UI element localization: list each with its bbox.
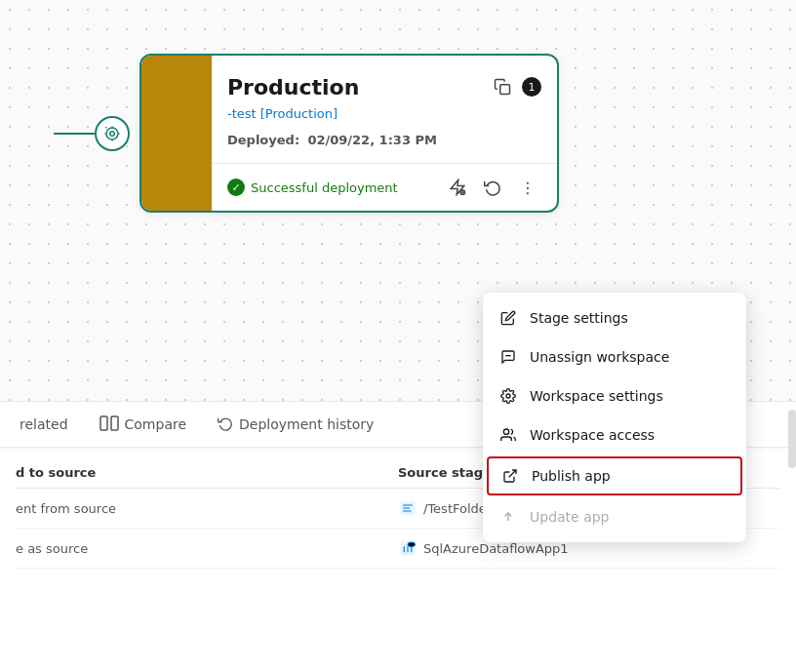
- menu-item-workspace-settings[interactable]: Workspace settings: [483, 376, 746, 415]
- card-title: Production: [227, 75, 359, 99]
- tab-compare[interactable]: Compare: [96, 402, 191, 447]
- copy-icon[interactable]: [489, 73, 516, 100]
- menu-item-update-app: Update app: [483, 497, 746, 536]
- dataflow-icon: [398, 498, 418, 518]
- card-footer: ✓ Successful deployment: [212, 163, 557, 211]
- history-tab-icon: [218, 415, 233, 434]
- notification-badge: 1: [522, 77, 541, 97]
- stage-settings-label: Stage settings: [530, 310, 628, 326]
- svg-rect-10: [100, 416, 107, 430]
- publish-app-label: Publish app: [532, 468, 611, 484]
- pencil-icon: [498, 308, 518, 328]
- production-card: Production 1 -test [Production]: [139, 54, 559, 213]
- related-label: related: [20, 416, 68, 432]
- svg-rect-11: [111, 416, 118, 430]
- deployed-label: Deployed:: [227, 133, 299, 147]
- menu-item-stage-settings[interactable]: Stage settings: [483, 298, 746, 337]
- compare-icon-wrapper: [100, 415, 119, 434]
- workspace-access-label: Workspace access: [530, 427, 655, 443]
- status-text: Successful deployment: [251, 180, 398, 195]
- flash-settings-icon[interactable]: [444, 174, 471, 201]
- upload-icon: [498, 507, 518, 527]
- row2-col1: e as source: [16, 541, 398, 556]
- card-content: Production 1 -test [Production]: [212, 56, 557, 211]
- compare-label: Compare: [125, 416, 187, 432]
- sql-dataflow-icon: [398, 538, 418, 558]
- success-check-icon: ✓: [227, 178, 245, 196]
- svg-line-17: [509, 470, 516, 477]
- arrow-wrapper: [54, 116, 130, 151]
- card-subtitle: -test [Production]: [227, 106, 541, 121]
- context-menu: Stage settings Unassign workspace Worksp…: [483, 293, 746, 542]
- svg-point-16: [503, 429, 508, 434]
- arrow-line: [54, 133, 95, 135]
- svg-point-15: [506, 394, 510, 398]
- svg-point-0: [110, 131, 115, 136]
- unassign-workspace-label: Unassign workspace: [530, 349, 669, 365]
- deployed-date: 02/09/22, 1:33 PM: [307, 133, 437, 147]
- menu-item-workspace-access[interactable]: Workspace access: [483, 415, 746, 455]
- svg-rect-7: [500, 85, 510, 95]
- gear-icon: [498, 386, 518, 406]
- card-deployed-info: Deployed: 02/09/22, 1:33 PM: [227, 133, 541, 147]
- svg-line-6: [105, 127, 107, 129]
- scrollbar[interactable]: [788, 410, 796, 468]
- more-options-icon[interactable]: ⋮: [514, 174, 541, 201]
- tab-related[interactable]: related: [16, 402, 72, 447]
- deployment-history-label: Deployment history: [239, 416, 374, 432]
- success-badge: ✓ Successful deployment: [227, 178, 398, 196]
- history-icon[interactable]: [479, 174, 506, 201]
- card-container: Production 1 -test [Production]: [54, 54, 559, 213]
- col1-header: d to source: [16, 465, 398, 480]
- workspace-settings-label: Workspace settings: [530, 388, 663, 404]
- footer-icons: ⋮: [444, 174, 541, 201]
- card-icons: 1: [489, 73, 541, 100]
- card-sidebar: [141, 56, 212, 211]
- row1-col1: ent from source: [16, 501, 398, 516]
- publish-icon: [500, 466, 520, 486]
- update-app-label: Update app: [530, 509, 610, 525]
- target-icon: [95, 116, 130, 151]
- menu-item-unassign-workspace[interactable]: Unassign workspace: [483, 337, 746, 376]
- people-icon: [498, 425, 518, 445]
- tab-deployment-history[interactable]: Deployment history: [214, 402, 378, 447]
- menu-item-publish-app[interactable]: Publish app: [487, 456, 742, 495]
- svg-point-1: [106, 128, 118, 139]
- row2-col2-text: SqlAzureDataflowApp1: [423, 541, 569, 556]
- unassign-icon: [498, 347, 518, 367]
- main-area: Production 1 -test [Production]: [0, 0, 796, 672]
